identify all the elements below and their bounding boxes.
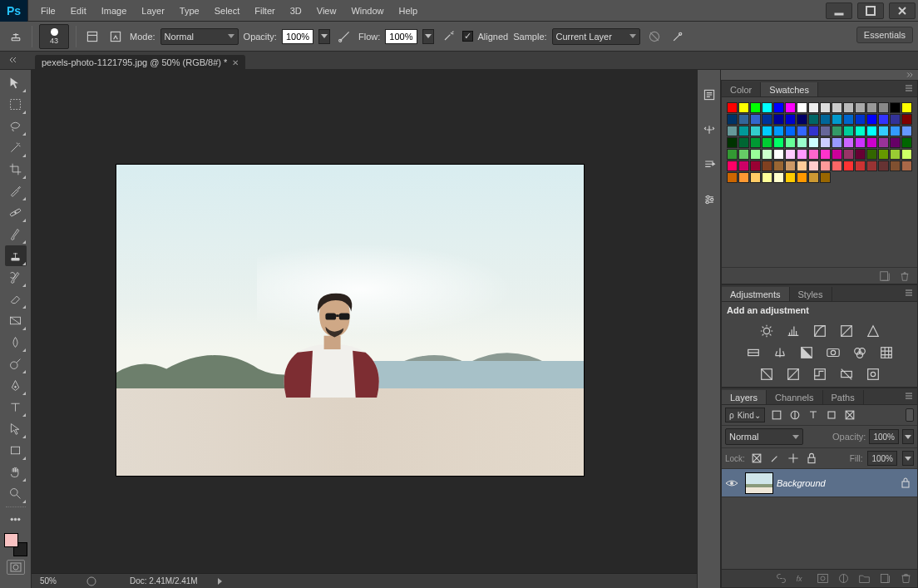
- swatch[interactable]: [797, 114, 807, 125]
- swatch[interactable]: [832, 161, 842, 171]
- swatch[interactable]: [808, 114, 819, 125]
- swatch[interactable]: [866, 114, 877, 125]
- swatch[interactable]: [762, 172, 772, 183]
- curves-icon[interactable]: [812, 324, 827, 338]
- swatch[interactable]: [901, 114, 912, 125]
- threshold-icon[interactable]: [812, 367, 827, 382]
- filter-shape-icon[interactable]: [825, 408, 838, 422]
- swatch[interactable]: [738, 161, 749, 171]
- lock-transparency-icon[interactable]: [750, 452, 763, 465]
- swatch[interactable]: [843, 102, 854, 113]
- brush-preset-picker[interactable]: 43: [39, 24, 69, 49]
- layer-opacity-stepper[interactable]: [902, 429, 914, 444]
- filter-toggle[interactable]: [906, 408, 914, 422]
- toggle-clone-source-panel-button[interactable]: [106, 27, 125, 46]
- swatch[interactable]: [866, 161, 877, 171]
- tool-zoom[interactable]: [5, 483, 27, 504]
- menu-layer[interactable]: Layer: [134, 2, 172, 20]
- swatch[interactable]: [890, 114, 901, 125]
- swatch[interactable]: [762, 149, 772, 160]
- color-lookup-icon[interactable]: [879, 345, 894, 360]
- swatch[interactable]: [797, 126, 807, 136]
- panel-menu-button[interactable]: [903, 83, 915, 93]
- dock-properties-button[interactable]: [699, 190, 719, 210]
- swatch[interactable]: [762, 102, 772, 113]
- swatch[interactable]: [797, 161, 807, 171]
- swatch[interactable]: [750, 114, 761, 125]
- blend-mode-dropdown[interactable]: Normal: [160, 28, 239, 45]
- tool-clone-stamp[interactable]: [5, 245, 27, 266]
- dock-paragraph-button[interactable]: [699, 155, 719, 175]
- toggle-brush-panel-button[interactable]: [83, 27, 101, 46]
- swatch[interactable]: [866, 137, 877, 148]
- swatch[interactable]: [878, 114, 889, 125]
- swatch[interactable]: [855, 161, 866, 171]
- swatch[interactable]: [901, 126, 912, 136]
- swatch[interactable]: [797, 149, 807, 160]
- swatch[interactable]: [878, 102, 889, 113]
- menu-select[interactable]: Select: [207, 2, 248, 20]
- swatch[interactable]: [855, 114, 866, 125]
- window-minimize-button[interactable]: [826, 2, 852, 19]
- swatch[interactable]: [901, 161, 912, 171]
- lock-pixels-icon[interactable]: [768, 452, 782, 465]
- new-group-icon[interactable]: [858, 572, 871, 585]
- color-swatches[interactable]: [4, 533, 27, 556]
- swatch[interactable]: [843, 161, 854, 171]
- filter-type-icon[interactable]: [807, 408, 820, 422]
- status-arrow-icon[interactable]: [218, 578, 222, 585]
- swatch[interactable]: [797, 172, 807, 183]
- canvas-view[interactable]: [32, 70, 697, 573]
- swatch[interactable]: [855, 102, 866, 113]
- flow-input[interactable]: 100%: [385, 29, 417, 44]
- swatch[interactable]: [738, 149, 749, 160]
- layer-blend-mode-dropdown[interactable]: Normal: [725, 428, 803, 445]
- delete-layer-icon[interactable]: [900, 572, 912, 585]
- posterize-icon[interactable]: [786, 367, 801, 382]
- tool-gradient[interactable]: [5, 310, 27, 331]
- swatch[interactable]: [785, 102, 796, 113]
- swatch[interactable]: [820, 137, 831, 148]
- pressure-size-button[interactable]: [669, 27, 687, 46]
- swatch[interactable]: [738, 137, 749, 148]
- aligned-checkbox[interactable]: [462, 31, 473, 42]
- tool-move[interactable]: [5, 72, 27, 93]
- photo-filter-icon[interactable]: [826, 345, 841, 360]
- menu-help[interactable]: Help: [392, 2, 426, 20]
- ignore-adjustment-layers-button[interactable]: [645, 27, 664, 46]
- menu-edit[interactable]: Edit: [63, 2, 94, 20]
- tool-crop[interactable]: [5, 159, 27, 180]
- opacity-stepper[interactable]: [318, 29, 330, 44]
- layer-fill-input[interactable]: 100%: [867, 451, 897, 466]
- swatch[interactable]: [727, 172, 738, 183]
- menu-3d[interactable]: 3D: [283, 2, 309, 20]
- swatch-grid[interactable]: [725, 101, 914, 185]
- layer-mask-icon[interactable]: [817, 572, 829, 585]
- tool-marquee[interactable]: [5, 94, 27, 115]
- swatch[interactable]: [727, 137, 738, 148]
- filter-smart-icon[interactable]: [843, 408, 856, 422]
- swatch[interactable]: [832, 102, 842, 113]
- panel-menu-button[interactable]: [903, 288, 915, 298]
- gradient-map-icon[interactable]: [839, 367, 854, 382]
- swatch[interactable]: [785, 114, 796, 125]
- lock-all-icon[interactable]: [805, 452, 818, 465]
- tab-channels[interactable]: Channels: [767, 390, 822, 404]
- swatch[interactable]: [890, 161, 901, 171]
- swatch[interactable]: [773, 172, 784, 183]
- swatch[interactable]: [750, 102, 761, 113]
- swatch[interactable]: [750, 149, 761, 160]
- bw-icon[interactable]: [799, 345, 814, 360]
- swatch[interactable]: [773, 126, 784, 136]
- tool-dodge[interactable]: [5, 353, 27, 374]
- swatch[interactable]: [866, 149, 877, 160]
- tool-hand[interactable]: [5, 462, 27, 482]
- swatch[interactable]: [820, 161, 831, 171]
- swatch[interactable]: [773, 149, 784, 160]
- swatch[interactable]: [890, 102, 901, 113]
- swatch[interactable]: [727, 126, 738, 136]
- filter-pixel-icon[interactable]: [770, 408, 783, 422]
- swatch[interactable]: [750, 126, 761, 136]
- selective-color-icon[interactable]: [866, 367, 881, 382]
- swatch[interactable]: [878, 137, 889, 148]
